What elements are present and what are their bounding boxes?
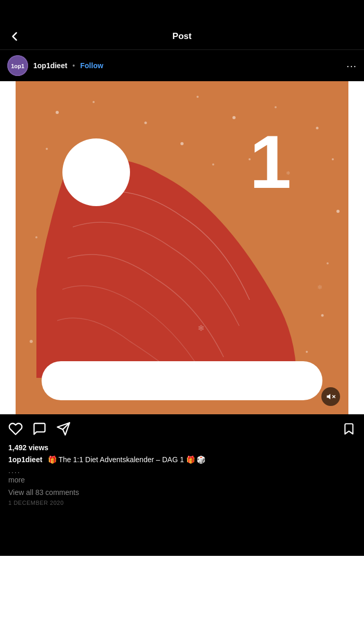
post-header-left: 1op1 1op1dieet • Follow — [7, 55, 103, 76]
svg-point-5 — [93, 101, 95, 103]
svg-text:❄: ❄ — [317, 284, 322, 291]
svg-point-6 — [145, 122, 147, 124]
comment-button[interactable] — [32, 422, 47, 438]
view-comments-button[interactable]: View all 83 comments — [8, 488, 356, 497]
follow-button[interactable]: Follow — [80, 61, 103, 70]
dot-separator: • — [72, 61, 75, 70]
svg-point-23 — [180, 142, 184, 145]
svg-point-18 — [327, 262, 329, 264]
svg-text:❄: ❄ — [198, 324, 204, 333]
post-meta: 1,492 views 1op1dieet 🎁 The 1:1 Diet Adv… — [0, 443, 364, 514]
heart-icon — [8, 422, 23, 436]
svg-point-13 — [35, 236, 37, 238]
actions-left — [8, 422, 71, 438]
username-label[interactable]: 1op1dieet — [33, 61, 67, 70]
post-date: 1 DECEMBER 2020 — [8, 500, 356, 506]
svg-point-38 — [62, 138, 130, 206]
nav-title: Post — [173, 31, 192, 42]
svg-point-4 — [56, 111, 59, 114]
back-button[interactable] — [8, 30, 21, 43]
views-count: 1,492 views — [8, 443, 356, 452]
nav-header: Post — [0, 23, 364, 50]
mute-icon — [326, 392, 335, 401]
more-link[interactable]: more — [8, 476, 356, 484]
post-actions — [0, 414, 364, 443]
share-button[interactable] — [56, 422, 71, 438]
svg-point-22 — [212, 163, 214, 166]
avatar[interactable]: 1op1 — [7, 55, 28, 76]
caption-dots: .... — [8, 466, 356, 475]
comment-icon — [32, 422, 47, 436]
post-caption: 🎁 The 1:1 Diet Adventskalender – DAG 1 🎁… — [48, 455, 206, 464]
svg-point-17 — [336, 210, 340, 213]
bottom-spacer — [0, 514, 364, 556]
status-bar — [0, 0, 364, 23]
like-button[interactable] — [8, 422, 23, 438]
svg-point-16 — [332, 158, 334, 160]
post-author[interactable]: 1op1dieet — [8, 455, 42, 464]
bookmark-button[interactable] — [342, 422, 356, 438]
svg-point-19 — [321, 314, 324, 317]
share-icon — [56, 422, 71, 436]
svg-point-7 — [197, 96, 199, 98]
svg-point-10 — [316, 127, 319, 130]
svg-rect-39 — [42, 361, 322, 400]
svg-point-28 — [306, 351, 308, 353]
svg-point-15 — [30, 340, 33, 343]
svg-point-8 — [232, 116, 236, 119]
phone-frame: Post 1op1 1op1dieet • Follow ··· — [0, 0, 364, 623]
post-header: 1op1 1op1dieet • Follow ··· — [0, 50, 364, 81]
bookmark-icon — [342, 422, 356, 436]
svg-text:1op1: 1op1 — [11, 63, 24, 69]
santa-hat-svg: ❄ ❄ ❄ ❄ ❄ ❄ ❄ 1 — [16, 81, 348, 414]
svg-point-9 — [275, 106, 277, 108]
mute-button[interactable] — [321, 387, 340, 406]
more-options-button[interactable]: ··· — [346, 60, 357, 72]
caption-block: 1op1dieet 🎁 The 1:1 Diet Adventskalender… — [8, 455, 356, 464]
svg-text:1: 1 — [250, 120, 292, 204]
svg-point-11 — [46, 148, 48, 150]
post-image: ❄ ❄ ❄ ❄ ❄ ❄ ❄ 1 — [16, 81, 348, 414]
